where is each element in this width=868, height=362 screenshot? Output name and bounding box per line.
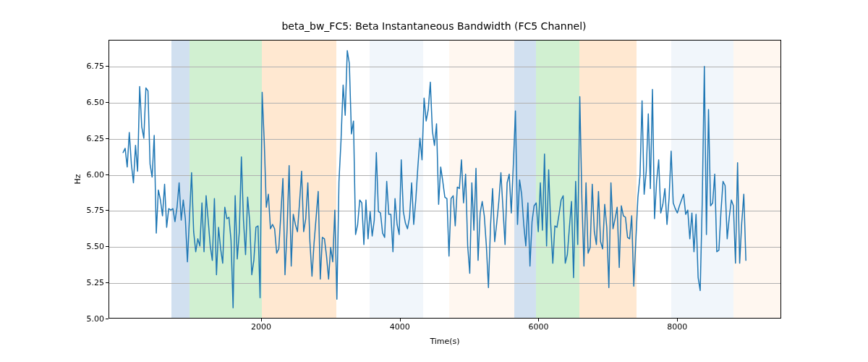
x-tick-label: 6000 <box>528 322 548 332</box>
x-tick-mark <box>261 319 262 321</box>
y-tick-label: 6.75 <box>68 61 104 70</box>
y-tick-label: 6.25 <box>68 133 104 143</box>
y-tick-mark <box>106 319 109 319</box>
line-series <box>109 41 780 318</box>
y-tick-label: 5.75 <box>68 206 104 215</box>
x-tick-label: 2000 <box>251 322 271 332</box>
y-tick-label: 5.25 <box>68 278 104 287</box>
y-tick-mark <box>106 102 109 103</box>
plot-area <box>109 40 781 319</box>
chart-title: beta_bw_FC5: Beta Instantaneous Bandwidt… <box>0 20 868 32</box>
x-tick-mark <box>677 319 678 321</box>
y-tick-label: 5.50 <box>68 242 104 251</box>
x-tick-mark <box>538 319 539 321</box>
x-axis-label: Time(s) <box>109 337 781 346</box>
line-path <box>123 51 746 308</box>
y-tick-label: 5.00 <box>68 314 104 324</box>
y-tick-mark <box>106 210 109 211</box>
y-tick-mark <box>106 66 109 67</box>
x-tick-label: 4000 <box>390 322 410 332</box>
x-tick-mark <box>400 319 401 321</box>
y-tick-mark <box>106 246 109 247</box>
y-axis-label-container: Hz <box>72 40 82 319</box>
y-tick-label: 6.00 <box>68 169 104 179</box>
x-tick-label: 8000 <box>667 322 687 332</box>
y-tick-mark <box>106 174 109 175</box>
y-tick-mark <box>106 138 109 139</box>
y-tick-mark <box>106 282 109 283</box>
y-tick-label: 6.50 <box>68 97 104 106</box>
figure: beta_bw_FC5: Beta Instantaneous Bandwidt… <box>0 0 868 362</box>
